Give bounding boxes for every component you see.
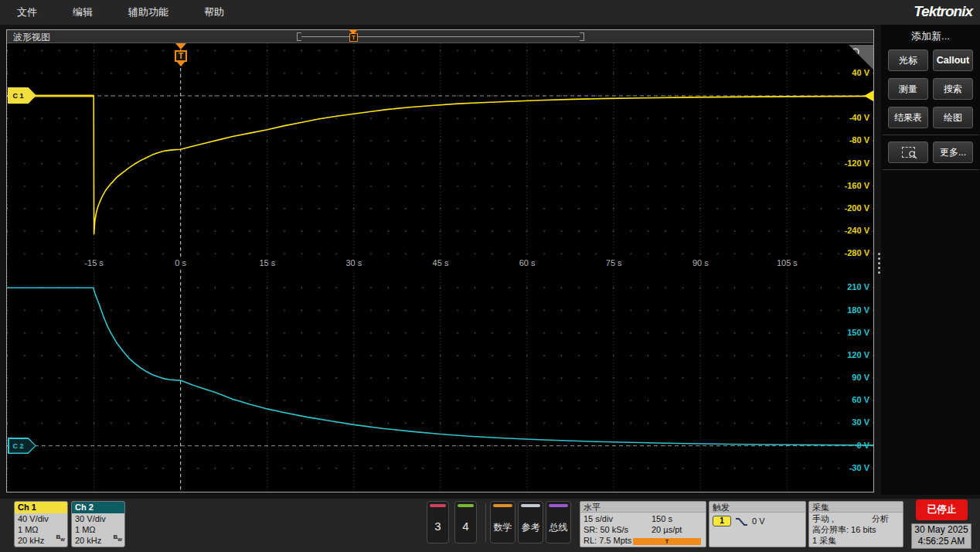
horizontal-resolution: 20 µs/pt [652, 524, 682, 535]
minimap-trigger-marker[interactable]: T [349, 33, 358, 42]
x-tick-label: 60 s [510, 258, 544, 267]
ch3-color-stripe [430, 504, 446, 507]
ch1-plot-svg [7, 43, 873, 257]
sidebar-divider [883, 135, 978, 135]
minimap-track [301, 36, 580, 37]
ref-color-stripe [521, 504, 540, 507]
ch2-settings-badge[interactable]: Ch 2 30 V/div 1 MΩ 20 kHz BW [71, 501, 125, 547]
trigger-position-marker[interactable]: T [175, 43, 187, 66]
x-tick-label: 90 s [683, 258, 717, 267]
measure-button[interactable]: 测量 [888, 78, 928, 100]
menu-help[interactable]: 帮助 [193, 5, 235, 19]
waveform-trace-ch1 [8, 96, 874, 234]
trigger-level: 0 V [752, 516, 765, 526]
acquisition-panel[interactable]: 采集 手动 ,分析 高分辨率: 16 bits 1 采集 [808, 501, 903, 547]
waveform-titlebar: 波形视图 T [7, 30, 873, 43]
ch3-button[interactable]: 3 [427, 501, 449, 543]
settings-bar: Ch 1 40 V/div 1 MΩ 20 kHz BW Ch 2 30 V/d… [0, 499, 980, 552]
acq-count: 1 采集 [812, 535, 900, 546]
date-text: 30 May 2025 [912, 524, 971, 536]
area-zoom-icon [902, 147, 915, 158]
ch2-badge-title: Ch 2 [72, 502, 124, 513]
acquisition-title: 采集 [809, 502, 903, 513]
x-tick-label: 15 s [250, 258, 284, 267]
add-new-sidebar: 添加新... 光标 Callout 测量 搜索 结果表 绘图 更多... [881, 25, 980, 495]
sample-rate: SR: 50 kS/s [584, 524, 652, 535]
callout-button[interactable]: Callout [933, 49, 973, 71]
ch1-badge-title: Ch 1 [15, 502, 67, 513]
x-tick-label: 45 s [424, 258, 458, 267]
bus-color-stripe [549, 504, 568, 507]
y-tick-label: -280 V [845, 248, 869, 257]
y-tick-label: -40 V [849, 113, 869, 122]
slice-divider-handle[interactable] [878, 253, 880, 274]
menu-accessibility[interactable]: 辅助功能 [117, 5, 179, 19]
acq-mode: 手动 , [812, 513, 834, 524]
menu-file[interactable]: 文件 [6, 5, 48, 19]
trigger-title: 触发 [709, 502, 805, 513]
y-tick-label: 150 V [847, 328, 869, 337]
sidebar-divider [883, 169, 978, 170]
horizontal-window: 150 s [652, 513, 672, 524]
time-text: 4:56:25 AM [912, 536, 971, 547]
cursor-button[interactable]: 光标 [888, 49, 928, 71]
bandwidth-limit-icon: BW [56, 532, 65, 545]
waveform-slice-ch2[interactable]: C 2 210 V180 V150 V120 V90 V60 V30 V0 V-… [7, 270, 873, 490]
ch2-plot-svg [7, 270, 873, 490]
ch1-scale: 40 V/div [18, 513, 64, 524]
trigger-t-icon: T [175, 50, 187, 62]
y-tick-label: -30 V [849, 463, 869, 472]
acq-resolution: 高分辨率: 16 bits [812, 524, 900, 535]
plot-button[interactable]: 绘图 [933, 107, 973, 128]
bus-button[interactable]: 总线 [546, 501, 571, 543]
y-tick-label: -200 V [845, 203, 869, 213]
oscilloscope-app: 文件 编辑 辅助功能 帮助 Tektronix 波形视图 T T [0, 0, 980, 552]
trigger-mini-icon: T [633, 538, 701, 545]
trigger-point-icon [177, 62, 185, 66]
x-tick-label: 0 s [164, 258, 198, 267]
horizontal-panel[interactable]: 水平 15 s/div150 s SR: 50 kS/s20 µs/pt RL:… [580, 501, 706, 547]
stopped-button[interactable]: 已停止 [916, 499, 968, 520]
more-button[interactable]: 更多... [933, 141, 973, 163]
horizontal-position-minimap[interactable]: T [297, 30, 584, 43]
y-tick-label: 210 V [847, 282, 869, 291]
waveform-title: 波形视图 [13, 31, 50, 44]
minimap-right-bracket[interactable] [580, 32, 584, 41]
ref-button[interactable]: 参考 [518, 501, 543, 543]
search-button[interactable]: 搜索 [933, 78, 973, 100]
trigger-source-badge: 1 [713, 516, 731, 526]
y-tick-label: 0 V [856, 441, 869, 450]
ch4-color-stripe [458, 504, 474, 507]
y-tick-label: -80 V [849, 135, 869, 145]
bottombar-separator [485, 503, 486, 542]
x-tick-label: 105 s [770, 258, 804, 267]
y-tick-label: -120 V [845, 158, 869, 168]
x-tick-label: -15 s [77, 258, 111, 267]
horizontal-scale: 15 s/div [584, 513, 652, 524]
y-tick-label: -240 V [845, 226, 869, 235]
minimap-left-bracket[interactable] [297, 32, 301, 41]
tektronix-logo: Tektronix [914, 3, 972, 20]
waveform-slice-ch1[interactable]: T C 1 40 V-40 V-80 V-120 V-160 V-200 V-2… [7, 43, 873, 257]
x-tick-label: 30 s [337, 258, 371, 267]
x-tick-label: 75 s [597, 258, 631, 267]
y-tick-label: 120 V [847, 350, 869, 359]
math-color-stripe [493, 504, 512, 507]
ch1-level-arrow-icon[interactable] [864, 90, 873, 101]
bandwidth-limit-icon: BW [114, 532, 122, 545]
menu-edit[interactable]: 编辑 [62, 5, 104, 19]
menu-bar: 文件 编辑 辅助功能 帮助 Tektronix [0, 0, 980, 25]
y-tick-label: 180 V [847, 305, 869, 315]
y-tick-label: -160 V [845, 181, 869, 190]
y-tick-label: 40 V [852, 68, 869, 77]
results-table-button[interactable]: 结果表 [888, 107, 928, 128]
trigger-panel[interactable]: 触发 1 0 V [709, 501, 806, 547]
ch4-button[interactable]: 4 [454, 501, 477, 543]
math-button[interactable]: 数学 [490, 501, 516, 543]
trigger-triangle-icon [175, 43, 186, 49]
y-tick-label: 30 V [852, 417, 869, 427]
ch1-settings-badge[interactable]: Ch 1 40 V/div 1 MΩ 20 kHz BW [14, 501, 68, 547]
acq-analyze: 分析 [872, 513, 889, 524]
area-zoom-button[interactable] [888, 141, 928, 163]
datetime-display: 30 May 2025 4:56:25 AM [911, 523, 971, 549]
